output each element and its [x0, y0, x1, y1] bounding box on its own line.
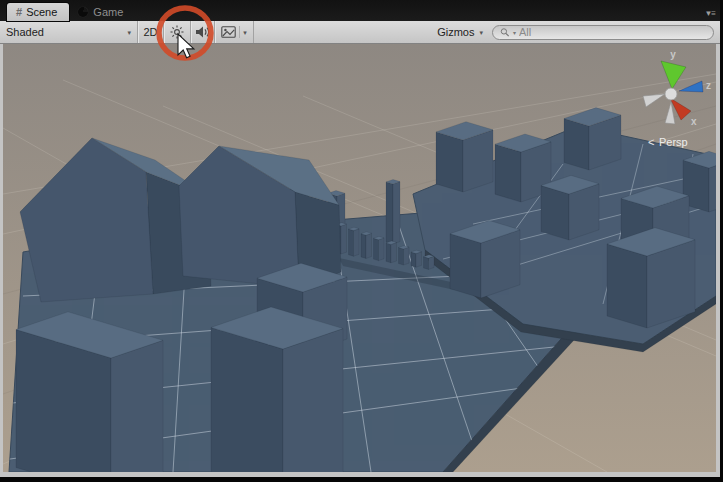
axis-x-label: x [691, 116, 697, 127]
axis-z-label: z [706, 80, 711, 91]
stair-step-mesh[interactable] [424, 255, 435, 270]
stair-step-mesh[interactable] [374, 236, 385, 260]
scene-canvas[interactable] [3, 44, 716, 472]
magnifier-icon [500, 27, 510, 38]
cube-mesh[interactable] [16, 312, 163, 472]
image-icon [221, 26, 236, 38]
stair-step-mesh[interactable] [411, 250, 422, 267]
chevron-down-icon: ▾ [239, 26, 247, 38]
cube-mesh[interactable] [436, 122, 493, 192]
toolbar-spacer [254, 21, 430, 43]
panel-menu-icon[interactable]: ▼≡ [704, 9, 715, 18]
search-input[interactable] [519, 26, 706, 38]
tab-game[interactable]: Game [69, 3, 135, 21]
cube-mesh[interactable] [564, 108, 621, 170]
scene-panel: # Scene Game ▼≡ Shaded ▾ 2D [0, 0, 720, 477]
game-icon [78, 7, 88, 17]
scene-toolbar: Shaded ▾ 2D [0, 21, 720, 44]
pillar-mesh[interactable] [386, 180, 400, 244]
lighting-toggle-button[interactable] [163, 21, 190, 43]
stair-step-mesh[interactable] [361, 232, 372, 259]
stair-step-mesh[interactable] [399, 246, 410, 265]
chevron-down-icon: ▾ [479, 29, 483, 36]
cube-mesh[interactable] [541, 175, 599, 240]
grid-icon: # [16, 6, 22, 18]
cube-mesh[interactable] [450, 220, 520, 298]
viewport-frame: y z x < Persp [0, 44, 720, 477]
effects-dropdown-button[interactable]: ▾ [214, 21, 254, 43]
unity-scene-view-window: # Scene Game ▼≡ Shaded ▾ 2D [0, 0, 723, 482]
tab-game-label: Game [93, 6, 123, 18]
gizmos-dropdown[interactable]: Gizmos ▾ [430, 21, 490, 43]
tab-bar: # Scene Game ▼≡ [0, 0, 720, 21]
gizmos-label: Gizmos [437, 26, 474, 38]
speaker-icon [195, 25, 210, 39]
toggle-2d-label: 2D [143, 26, 157, 38]
scene-search-field[interactable]: ▾ [492, 25, 714, 40]
search-filter-chevron-icon: ▾ [513, 29, 516, 36]
cube-mesh[interactable] [211, 307, 343, 472]
stair-step-mesh[interactable] [349, 227, 360, 256]
sun-icon [170, 25, 184, 39]
stair-step-mesh[interactable] [386, 241, 397, 263]
draw-mode-value: Shaded [6, 26, 44, 38]
tab-scene[interactable]: # Scene [7, 3, 69, 21]
audio-toggle-button[interactable] [190, 21, 214, 43]
axis-y-label: y [670, 49, 676, 60]
cube-mesh[interactable] [607, 228, 695, 328]
toggle-2d-button[interactable]: 2D [137, 21, 163, 43]
chevron-down-icon: ▾ [127, 29, 131, 36]
draw-mode-dropdown[interactable]: Shaded ▾ [0, 21, 137, 43]
gizmo-center-cube[interactable] [665, 88, 677, 100]
tab-scene-label: Scene [26, 6, 57, 18]
